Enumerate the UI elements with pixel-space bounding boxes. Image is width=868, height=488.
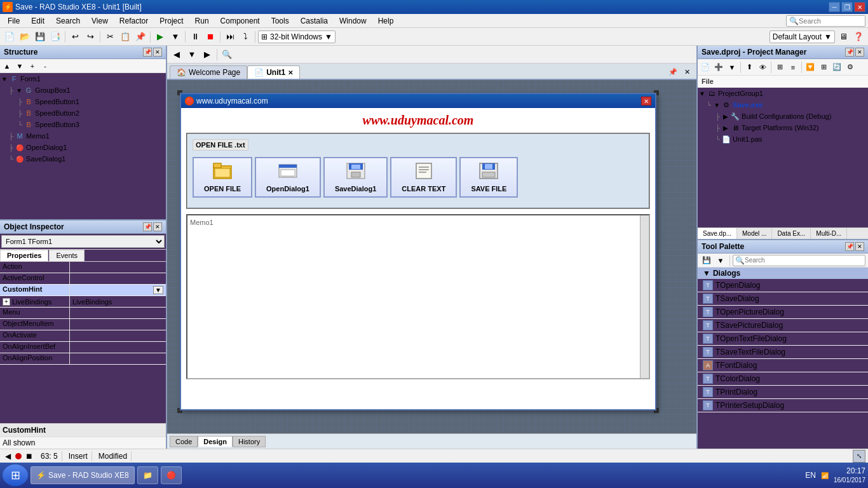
savefile-button[interactable]: SAVE FILE [459,157,518,198]
taskbar-explorer[interactable]: 📁 [137,466,158,484]
tb2-search-btn[interactable]: 🔍 [220,48,234,62]
form-close-btn[interactable]: ✕ [641,97,651,105]
form-window[interactable]: 🔴 www.uduymacal.com ✕ www.uduymacal.com [180,93,656,410]
proj-tree-targetplatforms[interactable]: ├ ▶ 🖥 Target Platforms (Win32) [698,122,868,133]
struct-expand[interactable]: + [27,60,38,72]
proj-tree-unit1pas[interactable]: └ 📄 Unit1.pas [698,133,868,145]
tp-item-topendialog[interactable]: T TOpenDialog [698,279,868,292]
tree-speedbutton3[interactable]: └ B SpeedButton3 [0,119,166,130]
monitor-button[interactable]: 🖥 [836,30,850,44]
menu-refactor[interactable]: Refactor [114,15,153,27]
proj-tab-model[interactable]: Model ... [737,228,772,239]
tp-item-tsavedialog[interactable]: T TSaveDialog [698,292,868,306]
tab-welcome[interactable]: 🏠 Welcome Page [170,65,247,79]
layout-dropdown[interactable]: Default Layout ▼ [770,30,835,43]
expand-saveexe[interactable]: ▼ [712,102,721,109]
tp-close[interactable]: ✕ [855,242,864,251]
menu-view[interactable]: View [86,15,113,27]
new-button[interactable]: 📄 [3,30,17,44]
menu-search[interactable]: Search [51,15,85,27]
expand-targetplatforms[interactable]: ▶ [721,125,730,132]
oi-row-menu[interactable]: Menu [0,308,166,319]
run-button[interactable]: ▶ [153,30,167,44]
expand-gb1[interactable]: ▼ [15,87,24,94]
oi-row-objectmenuitem[interactable]: ObjectMenuItem [0,319,166,330]
pause-button[interactable]: ⏸ [188,30,202,44]
menu-edit[interactable]: Edit [26,15,50,27]
menu-window[interactable]: Window [334,15,372,27]
tree-savedialog1[interactable]: └ 🔴 SaveDialog1 [0,153,166,165]
struct-down[interactable]: ▼ [14,60,25,72]
proj-add[interactable]: ➕ [712,61,725,74]
proj-expand-all[interactable]: ⊞ [817,61,830,74]
oi-row-action[interactable]: Action [0,262,166,273]
proj-tree-saveexe[interactable]: └ ▼ ⚙ Save.exe [698,99,868,111]
oi-row-onalignposition[interactable]: OnAlignPosition [0,353,166,365]
memo-scrollbar[interactable] [640,215,649,378]
proj-tab-save[interactable]: Save.dp... [698,228,737,239]
oi-row-customhint[interactable]: CustomHint ▼ [0,285,166,296]
tab-pin[interactable]: 📌 [666,65,680,79]
tp-item-tcolordialog[interactable]: T TColorDialog [698,372,868,386]
proj-pin[interactable]: 📌 [845,48,854,57]
proj-tab-multid[interactable]: Multi-D... [811,228,847,239]
menu-castalia[interactable]: Castalia [295,15,333,27]
proj-new[interactable]: 📄 [699,61,712,74]
cleartext-button[interactable]: CLEAR TEXT [390,157,457,198]
minimize-button[interactable]: ─ [829,2,840,12]
menu-run[interactable]: Run [190,15,214,27]
oi-row-livebindings[interactable]: +LiveBindings LiveBindings [0,296,166,308]
taskbar-app3[interactable]: 🔴 [161,466,182,484]
editor-tab-history[interactable]: History [233,436,266,447]
back-button[interactable]: ◀ [170,48,184,62]
tp-item-tsavetextfiledialog[interactable]: T TSaveTextFileDialog [698,346,868,359]
oi-row-onaligninsert[interactable]: OnAlignInsertBef [0,342,166,353]
tree-speedbutton1[interactable]: ├ B SpeedButton1 [0,96,166,107]
taskbar-rad-studio[interactable]: ⚡ Save - RAD Studio XE8 [31,466,135,484]
tp-pin[interactable]: 📌 [845,242,854,251]
save-all-button[interactable]: 📑 [48,30,62,44]
tree-memo1[interactable]: ├ M Memo1 [0,130,166,142]
oi-val-objectmenuitem[interactable] [70,319,166,330]
tb2-dropdown[interactable]: ▼ [185,48,199,62]
status-nav-back[interactable]: ◀ [3,451,13,461]
status-stop[interactable]: ⏹ [24,451,34,461]
stop-button[interactable]: ⏹ [203,30,217,44]
proj-tb-dropdown[interactable]: ▼ [726,61,738,74]
tree-groupbox1[interactable]: ├ ▼ G GroupBox1 [0,85,166,96]
menu-search-input[interactable] [799,17,862,25]
menu-search-box[interactable]: 🔍 [786,15,865,27]
expand-form1[interactable]: ▼ [0,76,9,83]
tp-item-tsavepicturedialog[interactable]: T TSavePictureDialog [698,319,868,332]
oi-pin[interactable]: 📌 [143,222,152,231]
tp-item-topentextfiledialog[interactable]: T TOpenTextFileDialog [698,332,868,346]
tp-search-box[interactable]: 🔍 [733,255,865,266]
menu-component[interactable]: Component [215,15,265,27]
tab-close-unit1[interactable]: ✕ [288,69,293,76]
paste-button[interactable]: 📌 [133,30,147,44]
redo-button[interactable]: ↪ [83,30,97,44]
tp-tb-btn1[interactable]: 💾 [700,254,713,267]
tp-item-tprintersetupdialog[interactable]: T TPrinterSetupDialog [698,399,868,412]
proj-refresh[interactable]: 🔄 [831,61,843,74]
oi-close[interactable]: ✕ [153,222,162,231]
tp-search-input[interactable] [745,257,863,264]
structure-pin[interactable]: 📌 [143,48,152,57]
undo-button[interactable]: ↩ [68,30,82,44]
oi-tab-events[interactable]: Events [49,250,85,261]
close-button[interactable]: ✕ [854,2,865,12]
step-into[interactable]: ⤵ [238,30,252,44]
tab-close-btn[interactable]: ✕ [680,65,694,79]
savedialog1-btn[interactable]: SaveDialog1 [323,157,388,198]
tab-unit1[interactable]: 📄 Unit1 ✕ [247,65,300,79]
tp-tb-dropdown[interactable]: ▼ [714,254,727,267]
tp-category-dialogs[interactable]: ▼ Dialogs [698,268,868,279]
oi-row-activecontrol[interactable]: ActiveControl [0,273,166,285]
cut-button[interactable]: ✂ [103,30,117,44]
step-over[interactable]: ⏭ [223,30,237,44]
struct-up[interactable]: ▲ [1,60,13,72]
proj-up[interactable]: ⬆ [743,61,756,74]
menu-help[interactable]: Help [373,15,399,27]
memo-area[interactable]: Memo1 [186,214,650,379]
oi-val-action[interactable] [70,262,166,273]
